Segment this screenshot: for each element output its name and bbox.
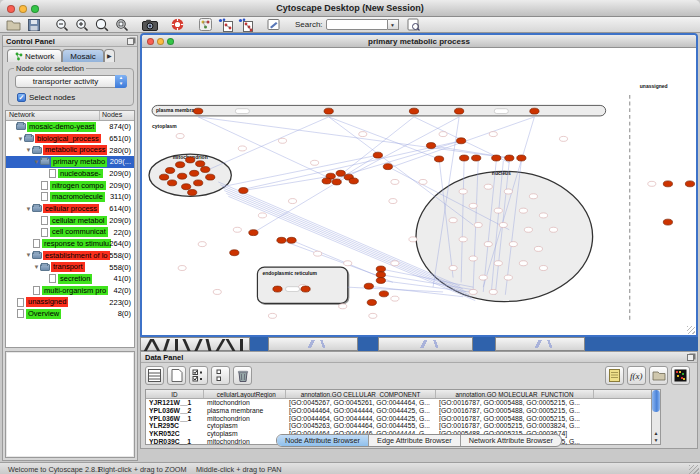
tree-row-nucleobase-[interactable]: nucleobase-209(0) <box>6 168 134 180</box>
zoom-fit-icon[interactable] <box>113 17 130 32</box>
minimize-window-icon[interactable] <box>19 5 27 13</box>
network-node[interactable] <box>194 108 203 114</box>
network-node[interactable] <box>336 170 345 176</box>
network-node[interactable] <box>379 291 388 297</box>
network-node[interactable] <box>457 138 466 144</box>
unselect-attributes-icon[interactable] <box>211 366 230 385</box>
float-panel-icon[interactable] <box>127 38 134 45</box>
save-icon[interactable] <box>25 17 42 32</box>
background-window-sliver[interactable] <box>378 337 473 351</box>
network-node[interactable] <box>322 178 331 184</box>
float-panel-icon[interactable] <box>687 354 694 361</box>
network-window-titlebar[interactable]: primary metabolic process <box>142 35 696 48</box>
table-column-header[interactable]: ID <box>146 390 204 398</box>
network-node[interactable] <box>230 250 239 256</box>
network-node[interactable] <box>434 156 443 162</box>
network-node[interactable] <box>277 237 286 243</box>
birds-eye-view[interactable] <box>5 351 135 458</box>
function-builder-icon[interactable]: f(x) <box>627 366 646 385</box>
network-node[interactable] <box>273 286 282 292</box>
tab-node-attribute-browser[interactable]: Node Attribute Browser <box>277 435 369 446</box>
network-node[interactable] <box>196 161 205 167</box>
tree-row-establishment-of-lo[interactable]: ▼establishment of lo558(0) <box>6 250 134 262</box>
tree-column-nodes[interactable]: Nodes <box>100 111 134 120</box>
tree-row-multi-organism-pro[interactable]: multi-organism pro42(0) <box>6 285 134 297</box>
table-row[interactable]: YPL036W__1mitochondrion[GO:0044464, GO:0… <box>146 415 652 423</box>
zoom-window-icon[interactable] <box>31 5 39 13</box>
attribute-batch-icon[interactable] <box>605 366 624 385</box>
matrix-heatmap-icon[interactable] <box>671 366 690 385</box>
tree-row-unassigned[interactable]: unassigned223(0) <box>6 296 134 308</box>
network-node[interactable] <box>426 143 435 149</box>
table-column-header[interactable]: _cellularLayoutRegion <box>204 390 286 398</box>
tree-row-nitrogen-compo[interactable]: nitrogen compo209(0) <box>6 179 134 191</box>
network-node[interactable] <box>301 286 310 292</box>
new-attribute-icon[interactable] <box>167 366 186 385</box>
annotation-icon[interactable] <box>197 17 214 32</box>
table-column-header[interactable]: annotation.GO MOLECULAR_FUNCTION <box>436 390 594 398</box>
delete-attribute-trash-icon[interactable] <box>233 366 252 385</box>
minimize-view-icon[interactable] <box>157 38 164 45</box>
network-node[interactable] <box>663 181 672 187</box>
new-network-from-selection-edges-icon[interactable] <box>237 17 254 32</box>
network-node[interactable] <box>249 230 258 236</box>
network-node[interactable] <box>182 184 191 190</box>
node-color-dropdown[interactable]: transporter activity ▲▼ <box>15 75 127 88</box>
open-icon[interactable] <box>5 17 22 32</box>
network-node[interactable] <box>472 155 481 161</box>
tree-row-metabolic-process[interactable]: ▼metabolic process280(0) <box>6 144 134 156</box>
table-row[interactable]: YLR295Ccytoplasm[GO:0045263, GO:0044464,… <box>146 422 652 430</box>
tab-network-attribute-browser[interactable]: Network Attribute Browser <box>461 435 561 446</box>
network-node[interactable] <box>517 155 526 161</box>
network-node[interactable] <box>373 152 382 158</box>
tree-row-cellular-process[interactable]: ▼cellular process614(0) <box>6 203 134 215</box>
network-node[interactable] <box>663 219 672 225</box>
attribute-table-icon[interactable] <box>145 366 164 385</box>
network-node[interactable] <box>530 108 539 114</box>
window-resize-grip-icon[interactable] <box>687 326 695 334</box>
tree-row-secretion[interactable]: secretion41(0) <box>6 273 134 285</box>
network-node[interactable] <box>455 108 464 114</box>
network-node[interactable] <box>376 278 385 284</box>
tab-mosaic[interactable]: Mosaic <box>62 49 103 62</box>
expander-arrow-icon[interactable]: ▼ <box>25 147 32 153</box>
network-node[interactable] <box>492 155 501 161</box>
select-attributes-icon[interactable] <box>189 366 208 385</box>
search-index-icon[interactable] <box>405 17 422 32</box>
network-node[interactable] <box>409 108 418 114</box>
expander-arrow-icon[interactable]: ▼ <box>25 252 32 258</box>
network-node[interactable] <box>460 155 469 161</box>
app-resize-grip-icon[interactable] <box>689 465 699 474</box>
network-node[interactable] <box>167 180 176 186</box>
table-row[interactable]: YPL036W__2plasma membrane[GO:0044464, GO… <box>146 407 652 415</box>
network-node[interactable] <box>685 181 694 187</box>
network-node[interactable] <box>186 157 195 163</box>
expander-arrow-icon[interactable]: ▼ <box>25 206 32 212</box>
close-view-icon[interactable] <box>147 38 154 45</box>
tab-edge-attribute-browser[interactable]: Edge Attribute Browser <box>369 435 461 446</box>
network-node[interactable] <box>367 300 376 306</box>
tree-row-transport[interactable]: ▼transport558(0) <box>6 261 134 273</box>
network-node[interactable] <box>190 170 199 176</box>
tree-row-primary-metabo[interactable]: ▼primary metabo209(... <box>6 156 134 168</box>
network-node[interactable] <box>332 179 341 185</box>
table-row[interactable]: YJR121W__1mitochondrion[GO:0045267, GO:0… <box>146 399 652 407</box>
tree-row-macromolecule[interactable]: macromolecule311(0) <box>6 191 134 203</box>
tree-row-mosaic-demo-yeast[interactable]: mosaic-demo-yeast874(0) <box>6 121 134 133</box>
zoom-view-icon[interactable] <box>167 38 174 45</box>
network-node[interactable] <box>376 272 385 278</box>
network-node[interactable] <box>176 162 185 168</box>
network-node[interactable] <box>505 155 514 161</box>
network-canvas[interactable]: plasma membranecytoplasmmitochondrionnuc… <box>142 48 696 335</box>
network-node[interactable] <box>194 180 203 186</box>
search-input[interactable] <box>326 19 388 30</box>
tree-row-cell-communicat[interactable]: cell communicat22(0) <box>6 226 134 238</box>
network-node[interactable] <box>165 167 174 173</box>
snapshot-camera-icon[interactable] <box>141 17 158 32</box>
zoom-out-icon[interactable] <box>53 17 70 32</box>
network-node[interactable] <box>383 164 392 170</box>
expander-arrow-icon[interactable]: ▼ <box>33 264 40 270</box>
network-node[interactable] <box>188 189 197 195</box>
tree-row-cellular-metabol[interactable]: cellular metabol209(0) <box>6 215 134 227</box>
network-node[interactable] <box>159 174 168 180</box>
